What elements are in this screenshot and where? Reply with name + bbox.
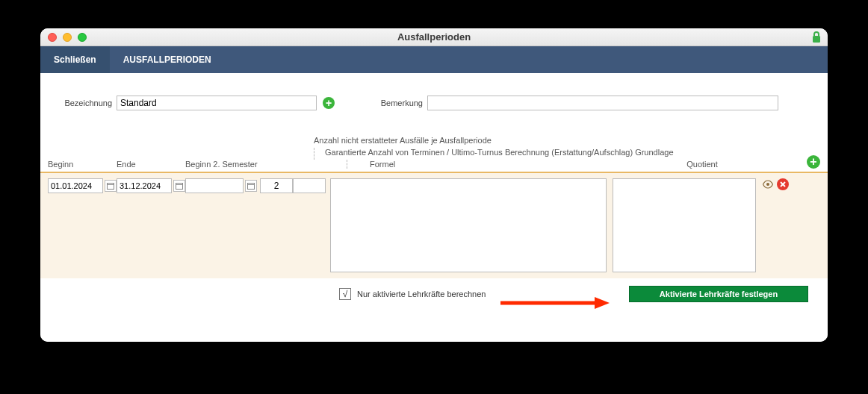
bezeichnung-input[interactable] xyxy=(117,96,317,110)
section-tab-ausfallperioden[interactable]: AUSFALLPERIODEN xyxy=(110,46,225,73)
window: Ausfallperioden Schließen AUSFALLPERIODE… xyxy=(40,28,828,342)
bezeichnung-label: Bezeichnung xyxy=(61,98,112,107)
only-active-checkbox[interactable]: √ xyxy=(339,288,351,300)
calendar-icon[interactable] xyxy=(105,180,117,192)
svg-point-7 xyxy=(766,183,769,186)
header-group-2: Garantierte Anzahl von Terminen / Ultimo… xyxy=(314,148,828,160)
footer-row: √ Nur aktivierte Lehrkräfte berechnen Ak… xyxy=(40,278,828,313)
col-ende: Ende xyxy=(117,160,185,169)
formel-textarea[interactable] xyxy=(330,178,607,272)
col-beginn: Beginn xyxy=(48,160,117,169)
svg-rect-5 xyxy=(248,184,255,190)
add-row-button[interactable]: + xyxy=(807,155,820,169)
table-row xyxy=(40,173,828,278)
delete-row-button[interactable] xyxy=(777,178,789,190)
titlebar: Ausfallperioden xyxy=(40,28,828,46)
form-row: Bezeichnung + Bemerkung xyxy=(40,73,828,110)
calendar-icon[interactable] xyxy=(173,180,185,192)
eye-icon[interactable] xyxy=(762,178,774,193)
lock-icon xyxy=(811,31,822,43)
add-bezeichnung-button[interactable]: + xyxy=(323,97,335,109)
bemerkung-input[interactable] xyxy=(427,96,778,110)
content-area: Bezeichnung + Bemerkung Anzahl nicht ers… xyxy=(40,73,828,342)
calendar-icon[interactable] xyxy=(245,180,257,192)
bemerkung-label: Bemerkung xyxy=(372,98,423,107)
set-active-teachers-button[interactable]: Aktivierte Lehrkräfte festlegen xyxy=(629,286,808,302)
svg-rect-3 xyxy=(176,184,183,190)
beginn2-input[interactable] xyxy=(185,178,244,193)
header-group-1: Anzahl nicht erstatteter Ausfälle je Aus… xyxy=(314,136,828,148)
anzahl-input[interactable] xyxy=(260,178,293,193)
col-beginn2: Beginn 2. Semester xyxy=(185,160,275,169)
extra-input[interactable] xyxy=(293,178,326,193)
toolbar: Schließen AUSFALLPERIODEN xyxy=(40,46,828,73)
col-formel: Formel xyxy=(347,160,629,169)
quotient-textarea[interactable] xyxy=(613,178,756,272)
table-header: Anzahl nicht erstatteter Ausfälle je Aus… xyxy=(40,136,828,173)
close-button[interactable]: Schließen xyxy=(40,46,110,73)
ende-input[interactable] xyxy=(117,178,172,193)
svg-rect-1 xyxy=(108,184,114,190)
beginn-input[interactable] xyxy=(48,178,103,193)
only-active-label: Nur aktivierte Lehrkräfte berechnen xyxy=(357,290,486,298)
col-quotient: Quotient xyxy=(629,160,775,169)
window-title: Ausfallperioden xyxy=(40,31,828,43)
svg-rect-0 xyxy=(813,36,820,43)
periods-table: Anzahl nicht erstatteter Ausfälle je Aus… xyxy=(40,136,828,313)
